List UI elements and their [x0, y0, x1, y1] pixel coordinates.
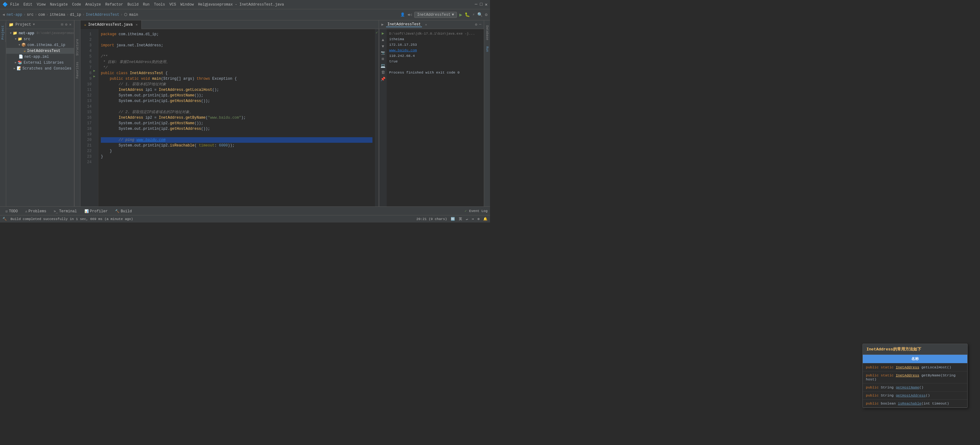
debug-button[interactable]: 🐛: [465, 12, 470, 17]
pin-button[interactable]: 📌: [380, 76, 386, 82]
crlf-icon[interactable]: ↵: [466, 217, 468, 221]
run-gutter-8[interactable]: ▶: [93, 68, 98, 74]
trash-button[interactable]: 🗑: [380, 70, 386, 75]
settings-icon[interactable]: ⚙: [65, 22, 67, 27]
settings-status-icon[interactable]: ⚙: [477, 217, 479, 221]
maximize-button[interactable]: □: [480, 2, 482, 7]
database-tab[interactable]: Database: [485, 23, 489, 43]
profiler-tab[interactable]: 📊 Profiler: [81, 207, 111, 215]
breadcrumb-com[interactable]: com: [38, 13, 45, 17]
screenshot-button[interactable]: 📷: [380, 50, 386, 55]
fold-button[interactable]: ⊞: [380, 56, 386, 62]
problems-tab[interactable]: ⚠ Problems: [22, 207, 49, 215]
menu-analyze[interactable]: Analyze: [85, 3, 101, 7]
run-tab-inetaddresstest[interactable]: InetAddressTest: [386, 22, 422, 27]
menu-edit[interactable]: Edit: [24, 3, 32, 7]
project-label: Project: [16, 22, 31, 27]
code-line-9: public static void main(String[] args) t…: [101, 76, 372, 82]
code-line-15: // 2. 获取指定IP或者域名的IP地址对象。: [101, 109, 372, 115]
breadcrumb-d1ip[interactable]: d1_ip: [70, 13, 81, 17]
favorites-tab[interactable]: Favorites: [76, 62, 79, 79]
indent-icon[interactable]: ⇥: [472, 217, 474, 221]
menu-tools[interactable]: Tools: [154, 3, 165, 7]
run-output-area[interactable]: D:\soft\Java\jdk-17.0.1\bin\java.exe -j.…: [387, 29, 484, 206]
tree-item-inetaddresstest[interactable]: ☕ InetAddressTest: [6, 48, 74, 54]
encoding-label[interactable]: 英: [459, 217, 462, 221]
tree-label: net-app.iml: [24, 55, 49, 59]
run-side-tab[interactable]: Run: [485, 44, 489, 54]
settings-run-icon[interactable]: ⚙: [475, 22, 477, 27]
tree-item-scratches[interactable]: ▶ 📝 Scratches and Consoles: [6, 65, 74, 71]
search-icon[interactable]: 🔍: [477, 12, 482, 17]
tree-item-netapp[interactable]: ▼ 📁 net-app D:\code\javasepromax\net-app: [6, 30, 74, 36]
tab-label: InetAddressTest.java: [88, 22, 133, 27]
breadcrumb-itheima[interactable]: itheima: [49, 13, 65, 17]
tree-item-package[interactable]: ▼ 📦 com.itheima.d1_ip: [6, 42, 74, 48]
folder-icon: 📁: [13, 31, 18, 36]
code-line-13: System.out.println(ip1.getHostAddress())…: [101, 98, 372, 104]
output-link-baidu[interactable]: www.baidu.com: [389, 48, 417, 52]
back-icon[interactable]: ◀: [3, 13, 5, 17]
project-tab[interactable]: Project: [0, 23, 6, 42]
structure-tab[interactable]: Structure: [76, 39, 79, 55]
window-title: javasepromax - InetAddressTest.java: [206, 3, 284, 7]
close-tab-icon[interactable]: ✕: [136, 23, 138, 27]
code-line-20: // ping www.baidu.com: [101, 137, 372, 143]
run-panel-body: ▶ ▲ ▼ 📷 ⊞ 💻 🗑 📌 D:\soft\Java\jdk-17.0.1\…: [379, 29, 484, 206]
menu-build[interactable]: Build: [127, 3, 138, 7]
menu-navigate[interactable]: Navigate: [50, 3, 68, 7]
editor-tabs: ☕ InetAddressTest.java ✕: [80, 21, 379, 29]
tree-label: net-app: [19, 31, 34, 36]
todo-tab[interactable]: ☑ TODO: [3, 207, 21, 215]
breadcrumb-src[interactable]: src: [27, 13, 34, 17]
notifications-icon[interactable]: 🔔: [483, 217, 487, 221]
close-run-tab-icon[interactable]: ✕: [425, 23, 427, 27]
project-dropdown[interactable]: ▼: [33, 23, 35, 26]
menu-help[interactable]: Help: [198, 3, 207, 7]
collapse-all-icon[interactable]: ⊟: [61, 22, 63, 27]
menu-refactor[interactable]: Refactor: [105, 3, 123, 7]
git-back-icon[interactable]: ◀◁: [407, 13, 412, 17]
code-line-1: package com.itheima.d1_ip;: [101, 32, 372, 37]
event-log-label[interactable]: Event Log: [469, 209, 487, 213]
tree-item-src[interactable]: ▼ 📁 src: [6, 36, 74, 42]
close-button[interactable]: ✕: [485, 2, 487, 7]
run-configuration[interactable]: InetAddressTest ▼: [414, 12, 457, 18]
ime-icon[interactable]: 🔤: [451, 217, 455, 221]
breadcrumb: net-app › src › com › itheima › d1_ip › …: [6, 13, 138, 17]
console-button[interactable]: 💻: [380, 63, 386, 69]
minimize-run-icon[interactable]: ─: [479, 22, 481, 27]
title-bar: 🔷 File Edit View Navigate Code Analyze R…: [0, 0, 490, 9]
terminal-tab[interactable]: >_ Terminal: [51, 207, 80, 215]
build-tab[interactable]: 🔨 Build: [112, 207, 135, 215]
scroll-up-button[interactable]: ▲: [380, 37, 386, 43]
hide-icon[interactable]: ✕: [69, 22, 72, 27]
menu-code[interactable]: Code: [72, 3, 81, 7]
run-button[interactable]: ▶: [460, 12, 463, 18]
breadcrumb-netapp[interactable]: net-app: [6, 13, 22, 17]
settings-icon[interactable]: ⚙: [485, 12, 487, 17]
profile-icon[interactable]: 👤: [400, 13, 405, 17]
minimize-button[interactable]: ─: [475, 2, 477, 7]
tree-item-iml[interactable]: 📄 net-app.iml: [6, 54, 74, 60]
menu-view[interactable]: View: [37, 3, 46, 7]
chevron-down-icon: ▼: [10, 32, 11, 35]
rerun-button[interactable]: ▶: [380, 30, 386, 36]
tree-item-ext-libs[interactable]: ▶ 📚 External Libraries: [6, 60, 74, 65]
window-controls: ─ □ ✕: [475, 2, 487, 7]
breadcrumb-class[interactable]: InetAddressTest: [86, 13, 119, 17]
run-icon: ▶: [382, 22, 383, 27]
menu-file[interactable]: File: [10, 3, 19, 7]
code-line-21: System.out.println(ip2.isReachable( time…: [101, 143, 372, 148]
coverage-button[interactable]: ⚡: [473, 13, 474, 17]
menu-window[interactable]: Window: [180, 3, 194, 7]
breadcrumb-method[interactable]: ⬡ main: [124, 13, 138, 17]
run-gutter-9[interactable]: ▶: [93, 74, 98, 79]
code-area[interactable]: package com.itheima.d1_ip; import java.n…: [99, 29, 375, 206]
menu-vcs[interactable]: VCS: [170, 3, 176, 7]
editor-right-gutter: ✓: [375, 29, 379, 206]
folder-icon: 📁: [18, 37, 22, 41]
scroll-down-button[interactable]: ▼: [380, 44, 386, 49]
menu-run[interactable]: Run: [143, 3, 150, 7]
editor-tab-inetaddresstest[interactable]: ☕ InetAddressTest.java ✕: [80, 21, 142, 29]
